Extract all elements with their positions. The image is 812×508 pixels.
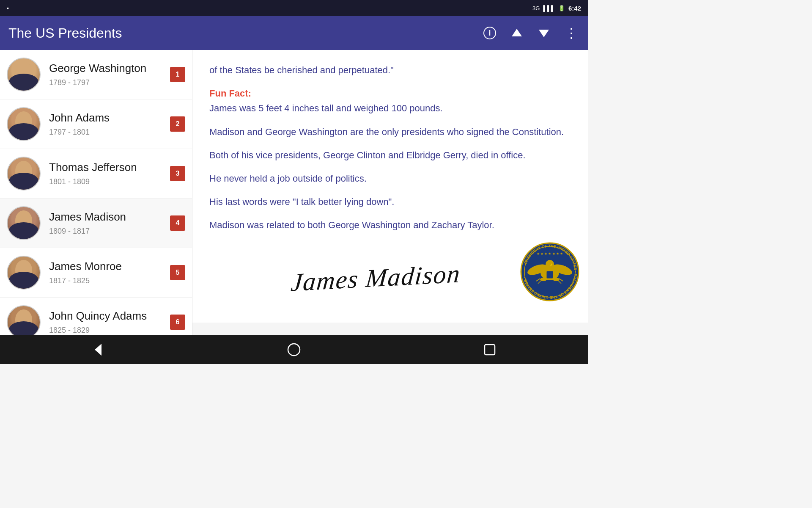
app-bar-actions: i ⋮: [481, 25, 579, 41]
portrait-jqa: [8, 306, 40, 335]
president-number: 4: [170, 215, 185, 231]
portrait-tj: [8, 157, 40, 190]
president-name: John Adams: [49, 111, 170, 124]
svg-marker-3: [539, 30, 549, 37]
president-list[interactable]: George Washington 1789 - 1797 1 John Ada…: [0, 50, 192, 335]
status-bar: ▪ 3G ▌▌▌ 🔋 6:42: [0, 0, 588, 16]
president-years: 1801 - 1809: [49, 177, 170, 186]
svg-rect-23: [485, 345, 495, 355]
president-number: 6: [170, 315, 185, 330]
avatar: [7, 157, 41, 190]
fun-fact-text: James was 5 feet 4 inches tall and weigh…: [209, 103, 443, 113]
battery-icon: 🔋: [558, 5, 565, 11]
presidential-seal-container: ★ ★ ★ ★ ★ ★ ★ PRESIDENT OF THE UNITED ST…: [520, 242, 579, 301]
presidential-seal: ★ ★ ★ ★ ★ ★ ★ PRESIDENT OF THE UNITED ST…: [520, 242, 579, 301]
president-name: John Quincy Adams: [49, 309, 170, 323]
bottom-nav: [0, 335, 588, 364]
fact-2: Both of his vice presidents, George Clin…: [209, 148, 571, 163]
president-info: Thomas Jefferson 1801 - 1809: [49, 161, 170, 186]
svg-point-8: [546, 260, 554, 268]
president-years: 1809 - 1817: [49, 227, 170, 236]
president-name: George Washington: [49, 62, 170, 75]
signature: James Madison: [285, 248, 496, 306]
svg-text:i: i: [488, 29, 491, 37]
info-button[interactable]: i: [481, 25, 498, 41]
svg-marker-2: [512, 29, 522, 36]
main-content: George Washington 1789 - 1797 1 John Ada…: [0, 50, 588, 335]
president-info: John Quincy Adams 1825 - 1829: [49, 309, 170, 335]
recents-button[interactable]: [477, 337, 502, 362]
back-button[interactable]: [85, 337, 111, 362]
president-name: Thomas Jefferson: [49, 161, 170, 174]
president-number: 3: [170, 166, 185, 181]
clock: 6:42: [568, 5, 581, 12]
detail-panel-wrapper: of the States be cherished and perpetuat…: [192, 50, 588, 335]
avatar: [7, 107, 41, 141]
president-years: 1797 - 1801: [49, 128, 170, 137]
svg-rect-12: [546, 271, 553, 279]
svg-text:★ ★ ★ ★ ★ ★ ★: ★ ★ ★ ★ ★ ★ ★: [537, 252, 563, 256]
fact-1: Madison and George Washington are the on…: [209, 124, 571, 139]
list-item[interactable]: John Quincy Adams 1825 - 1829 6: [0, 298, 192, 335]
president-info: James Monroe 1817 - 1825: [49, 260, 170, 285]
app-title: The US Presidents: [8, 25, 481, 41]
app-indicator: ▪: [7, 5, 9, 11]
president-name: James Madison: [49, 210, 170, 224]
avatar: [7, 305, 41, 335]
avatar: [7, 206, 41, 240]
quote-end: of the States be cherished and perpetuat…: [209, 63, 571, 77]
fact-5: Madison was related to both George Washi…: [209, 218, 571, 232]
app-bar: The US Presidents i ⋮: [0, 16, 588, 50]
svg-marker-21: [95, 344, 102, 356]
list-item[interactable]: George Washington 1789 - 1797 1: [0, 50, 192, 99]
list-item[interactable]: Thomas Jefferson 1801 - 1809 3: [0, 149, 192, 199]
home-button[interactable]: [281, 337, 307, 362]
avatar: [7, 58, 41, 91]
president-years: 1817 - 1825: [49, 276, 170, 285]
avatar: [7, 256, 41, 290]
president-name: James Monroe: [49, 260, 170, 273]
list-item[interactable]: James Monroe 1817 - 1825 5: [0, 248, 192, 298]
more-options-button[interactable]: ⋮: [562, 25, 579, 41]
portrait-ja: [8, 108, 40, 140]
scroll-down-button[interactable]: [535, 25, 552, 41]
president-info: John Adams 1797 - 1801: [49, 111, 170, 137]
fact-3: He never held a job outside of politics.: [209, 171, 571, 186]
signal-icon: 3G: [532, 5, 540, 11]
president-number: 2: [170, 116, 185, 132]
president-number: 1: [170, 67, 185, 82]
list-item[interactable]: James Madison 1809 - 1817 4: [0, 199, 192, 248]
president-number: 5: [170, 265, 185, 280]
list-item[interactable]: John Adams 1797 - 1801 2: [0, 99, 192, 149]
svg-text:James Madison: James Madison: [290, 259, 462, 296]
portrait-jmo: [8, 257, 40, 289]
portrait-gw: [8, 58, 40, 91]
portrait-jm: [8, 207, 40, 239]
scroll-up-button[interactable]: [508, 25, 525, 41]
svg-point-22: [288, 344, 300, 356]
president-info: James Madison 1809 - 1817: [49, 210, 170, 236]
president-info: George Washington 1789 - 1797: [49, 62, 170, 87]
fun-fact-block: Fun Fact: James was 5 feet 4 inches tall…: [209, 86, 571, 116]
president-years: 1789 - 1797: [49, 78, 170, 87]
signal-bars-icon: ▌▌▌: [543, 5, 555, 11]
president-years: 1825 - 1829: [49, 326, 170, 335]
fact-4: His last words were "I talk better lying…: [209, 194, 571, 209]
signature-area: James Madison: [209, 246, 571, 310]
fun-fact-label: Fun Fact:: [209, 88, 251, 99]
